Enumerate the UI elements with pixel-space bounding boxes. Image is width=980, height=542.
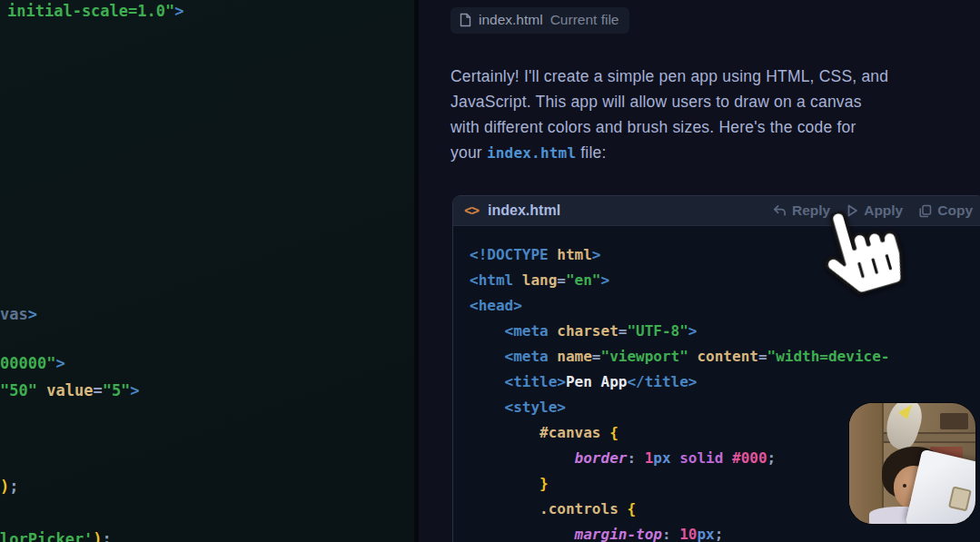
code-line: 00000"> bbox=[0, 354, 65, 372]
webcam-cabinet bbox=[849, 403, 884, 524]
context-file-chip[interactable]: index.html Current file bbox=[450, 7, 629, 34]
code-line: ); bbox=[0, 478, 19, 496]
inline-code: index.html bbox=[487, 144, 576, 162]
paper-stamp bbox=[947, 486, 971, 511]
webcam-shelf-item bbox=[940, 413, 968, 430]
webcam-overlay bbox=[849, 403, 975, 524]
copy-icon bbox=[919, 204, 932, 218]
code-line: <head> bbox=[470, 293, 980, 319]
code-line: lorPicker'); bbox=[0, 530, 112, 542]
code-block-filename: index.html bbox=[488, 202, 773, 219]
file-icon bbox=[460, 13, 471, 27]
reply-icon bbox=[773, 204, 787, 217]
left-editor-code: initial-scale=1.0">vas>00000">"50" value… bbox=[0, 0, 414, 542]
person-eye bbox=[903, 484, 906, 488]
copy-button[interactable]: Copy bbox=[919, 202, 973, 219]
chip-label: Current file bbox=[550, 12, 619, 28]
chip-filename: index.html bbox=[479, 12, 543, 28]
code-icon: <> bbox=[464, 202, 479, 219]
code-line: vas> bbox=[0, 305, 37, 323]
code-line: margin-top: 10px; bbox=[470, 522, 980, 542]
code-line: <meta name="viewport" content="width=dev… bbox=[470, 344, 980, 370]
code-line: "50" value="5"> bbox=[0, 381, 140, 399]
assistant-message: Certainly! I'll create a simple pen app … bbox=[450, 64, 977, 166]
code-line: <title>Pen App</title> bbox=[470, 370, 980, 395]
code-line: <meta charset="UTF-8"> bbox=[470, 319, 980, 344]
left-editor-pane[interactable]: initial-scale=1.0">vas>00000">"50" value… bbox=[0, 0, 414, 542]
code-block-header: <> index.html Reply bbox=[453, 196, 980, 226]
screen: initial-scale=1.0">vas>00000">"50" value… bbox=[0, 0, 980, 542]
code-line: initial-scale=1.0"> bbox=[7, 2, 183, 20]
